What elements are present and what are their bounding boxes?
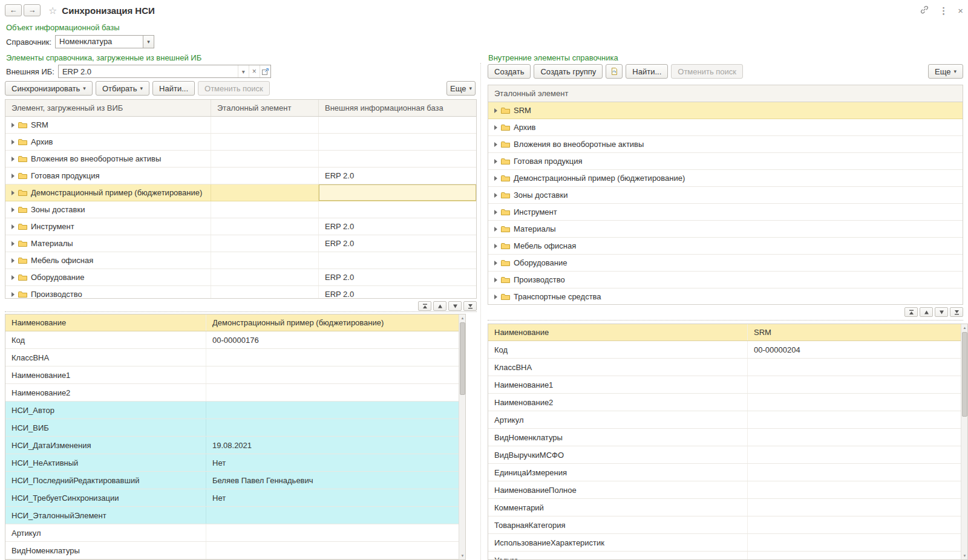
go-down-button[interactable] [935, 307, 948, 317]
table-row[interactable]: Транспортные средства [488, 288, 963, 305]
column-header[interactable]: Эталонный элемент [211, 100, 319, 116]
tree-cell[interactable]: Инструмент [5, 218, 211, 235]
right-more-button[interactable]: Еще▾ [928, 64, 963, 79]
go-up-button[interactable] [433, 301, 446, 311]
tree-cell[interactable]: Транспортные средства [488, 288, 963, 305]
vertical-splitter[interactable] [480, 63, 481, 560]
create-by-copy-button[interactable] [606, 64, 623, 79]
expand-arrow-icon[interactable] [11, 292, 15, 297]
properties-header-row[interactable]: Наименование Демонстрационный пример (бю… [5, 314, 459, 331]
table-row[interactable]: Вложения во внеоборотные активы [5, 151, 476, 168]
catalog-combo[interactable]: Номенклатура ▾ [55, 35, 154, 48]
table-row[interactable]: Демонстрационный пример (бюджетирование) [5, 184, 476, 201]
property-row[interactable]: Комментарий [488, 499, 961, 516]
etalon-cell[interactable] [211, 252, 319, 269]
property-row[interactable]: НСИ_ВИБ [5, 419, 459, 437]
table-row[interactable]: Инструмент [488, 204, 963, 221]
property-row[interactable]: Код 00-00000204 [488, 341, 961, 359]
go-top-button[interactable] [904, 307, 918, 317]
go-bottom-button[interactable] [950, 307, 963, 317]
scroll-up-icon[interactable]: ▲ [961, 324, 968, 331]
expand-arrow-icon[interactable] [494, 193, 497, 198]
external-ib-field[interactable]: ERP 2.0 ▾ × [58, 65, 271, 78]
etalon-cell[interactable] [211, 286, 319, 299]
table-row[interactable]: SRM [488, 102, 963, 119]
expand-arrow-icon[interactable] [11, 224, 15, 229]
expand-arrow-icon[interactable] [494, 159, 497, 164]
column-header[interactable]: Внешняя информационная база [319, 100, 476, 116]
find-button[interactable]: Найти... [152, 81, 195, 96]
properties-header-row[interactable]: Наименование SRM [488, 324, 961, 341]
go-top-button[interactable] [418, 301, 431, 311]
tree-cell[interactable]: Мебель офисная [5, 252, 211, 269]
table-row[interactable]: Зоны доставки [488, 187, 963, 204]
etalon-cell[interactable] [211, 117, 319, 133]
tree-cell[interactable]: Материалы [5, 235, 211, 252]
property-row[interactable]: ИспользованиеХарактеристик [488, 534, 961, 552]
forward-button[interactable]: → [24, 4, 41, 16]
back-button[interactable]: ← [5, 4, 22, 16]
tree-cell[interactable]: Производство [5, 286, 211, 299]
external-ib-cell[interactable]: ERP 2.0 [319, 218, 476, 235]
tree-cell[interactable]: Вложения во внеоборотные активы [5, 151, 211, 167]
catalog-value[interactable]: Номенклатура [55, 35, 143, 48]
sync-button[interactable]: Синхронизировать▾ [5, 81, 93, 96]
external-ib-value[interactable]: ERP 2.0 [62, 67, 238, 76]
more-menu-icon[interactable]: ⋮ [939, 6, 948, 15]
property-row[interactable]: ВидВыручкиМСФО [488, 446, 961, 464]
property-row[interactable]: Наименование2 [488, 394, 961, 411]
external-ib-cell[interactable] [319, 252, 476, 269]
table-row[interactable]: Готовая продукция [488, 153, 963, 170]
table-row[interactable]: Архив [488, 119, 963, 136]
tree-cell[interactable]: Архив [488, 119, 963, 135]
tree-cell[interactable]: Оборудование [488, 255, 963, 271]
left-more-button[interactable]: Еще▾ [446, 81, 476, 96]
property-row[interactable]: НСИ_ЭталонныйЭлемент [5, 507, 459, 524]
expand-arrow-icon[interactable] [494, 142, 497, 147]
close-icon[interactable]: × [958, 6, 963, 15]
property-row[interactable]: Код 00-00000176 [5, 331, 459, 349]
etalon-cell[interactable] [211, 218, 319, 235]
tree-cell[interactable]: Зоны доставки [488, 187, 963, 203]
external-ib-cell[interactable] [319, 134, 476, 150]
property-row[interactable]: Артикул [5, 524, 459, 542]
property-row[interactable]: ВидНоменклатуры [5, 542, 459, 559]
property-row[interactable]: ЕдиницаИзмерения [488, 464, 961, 481]
column-header[interactable]: Эталонный элемент [488, 85, 963, 102]
tree-cell[interactable]: Вложения во внеоборотные активы [488, 136, 963, 152]
tree-cell[interactable]: Материалы [488, 221, 963, 237]
property-row[interactable]: КлассВНА [5, 349, 459, 366]
expand-arrow-icon[interactable] [494, 125, 497, 130]
expand-arrow-icon[interactable] [11, 174, 15, 178]
create-button[interactable]: Создать [488, 64, 531, 79]
expand-arrow-icon[interactable] [11, 190, 15, 195]
table-row[interactable]: Мебель офисная [488, 238, 963, 255]
scrollbar-thumb[interactable] [962, 332, 967, 417]
expand-arrow-icon[interactable] [11, 241, 15, 246]
open-icon[interactable] [260, 65, 270, 77]
expand-arrow-icon[interactable] [494, 108, 497, 113]
expand-arrow-icon[interactable] [494, 210, 497, 215]
chevron-down-icon[interactable]: ▾ [238, 65, 249, 77]
table-row[interactable]: Архив [5, 134, 476, 151]
property-row[interactable]: Наименование2 [5, 384, 459, 402]
tree-cell[interactable]: Производство [488, 272, 963, 288]
expand-arrow-icon[interactable] [11, 207, 15, 212]
property-row[interactable]: Артикул [488, 411, 961, 429]
table-header[interactable]: Элемент, загруженный из ВИБ Эталонный эл… [5, 100, 476, 117]
go-up-button[interactable] [920, 307, 933, 317]
property-row[interactable]: ТоварнаяКатегория [488, 516, 961, 534]
horizontal-splitter[interactable] [488, 320, 963, 321]
chevron-down-icon[interactable]: ▾ [143, 35, 154, 48]
etalon-cell[interactable] [211, 168, 319, 184]
table-row[interactable]: Инструмент ERP 2.0 [5, 218, 476, 235]
etalon-cell[interactable] [211, 151, 319, 167]
table-row[interactable]: Демонстрационный пример (бюджетирование) [488, 170, 963, 187]
property-row[interactable]: НСИ_Автор [5, 402, 459, 419]
external-ib-cell[interactable]: ERP 2.0 [319, 168, 476, 184]
expand-arrow-icon[interactable] [11, 275, 15, 280]
tree-cell[interactable]: Инструмент [488, 204, 963, 220]
go-down-button[interactable] [448, 301, 462, 311]
table-row[interactable]: Производство ERP 2.0 [5, 286, 476, 299]
scrollbar[interactable]: ▲ ▼ [459, 314, 465, 559]
